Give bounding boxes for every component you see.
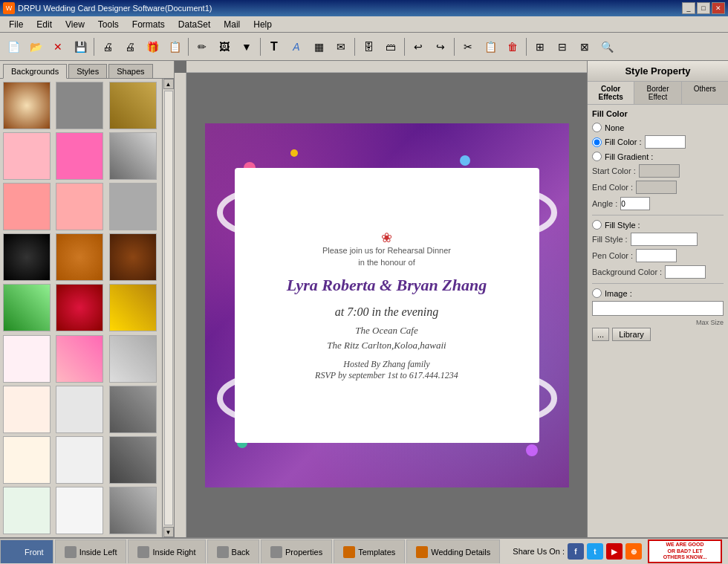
copy-button[interactable]: 📋 (164, 36, 185, 57)
thumb-10[interactable] (3, 233, 51, 281)
thumb-21[interactable] (109, 386, 157, 433)
print-button[interactable]: 🖨 (97, 36, 118, 57)
image-button[interactable]: 🖼 (214, 36, 235, 57)
thumb-15[interactable] (109, 284, 157, 331)
thumb-26[interactable] (56, 487, 103, 534)
scroll-bar[interactable]: ▲ ▼ (162, 79, 174, 537)
thumb-7[interactable] (3, 183, 51, 230)
thumb-4[interactable] (3, 132, 51, 180)
draw-button[interactable]: ✏ (192, 36, 212, 57)
pen-color-input[interactable] (636, 249, 677, 262)
thumb-13[interactable] (3, 284, 51, 331)
tab-border-effect[interactable]: Border Effect (634, 82, 681, 104)
db-button[interactable]: 🗄 (358, 36, 379, 57)
menu-mail[interactable]: Mail (218, 18, 246, 31)
thumb-22[interactable] (3, 436, 51, 484)
menu-view[interactable]: View (59, 18, 91, 31)
thumb-9[interactable] (109, 183, 157, 230)
menu-edit[interactable]: Edit (30, 18, 58, 31)
image-path-input[interactable] (592, 301, 724, 316)
menu-help[interactable]: Help (247, 18, 278, 31)
thumb-24[interactable] (109, 436, 157, 484)
align-button[interactable]: ⊞ (530, 36, 550, 57)
thumb-8[interactable] (56, 183, 103, 230)
tab-inside-left[interactable]: Inside Left (55, 539, 127, 563)
grid-button[interactable]: ⊟ (552, 36, 573, 57)
fill-style-input[interactable] (631, 233, 698, 246)
end-color-input[interactable] (636, 181, 677, 194)
undo-button[interactable]: ↩ (408, 36, 429, 57)
wordart-button[interactable]: A (286, 36, 307, 57)
fill-color-radio[interactable] (592, 137, 602, 147)
bg-color-input[interactable] (665, 265, 706, 279)
tab-templates[interactable]: Templates (334, 539, 405, 563)
rss-button[interactable]: ⊕ (625, 543, 642, 560)
tab-others[interactable]: Others (682, 82, 728, 104)
thumb-3[interactable] (109, 82, 157, 129)
paste-button[interactable]: 📋 (480, 36, 501, 57)
facebook-button[interactable]: f (568, 543, 584, 560)
barcode-button[interactable]: ▦ (308, 36, 329, 57)
tab-styles[interactable]: Styles (68, 64, 107, 78)
tab-wedding-details[interactable]: Wedding Details (406, 539, 500, 563)
image-radio[interactable] (592, 288, 602, 298)
thumb-19[interactable] (3, 386, 51, 433)
zoom-button[interactable]: 🔍 (597, 36, 617, 57)
arrow-button[interactable]: ▼ (236, 36, 257, 57)
thumb-1[interactable] (3, 82, 51, 129)
thumb-17[interactable] (56, 335, 103, 383)
youtube-button[interactable]: ▶ (606, 543, 623, 560)
db2-button[interactable]: 🗃 (380, 36, 401, 57)
new-button[interactable]: 📄 (3, 36, 24, 57)
tab-properties[interactable]: Properties (261, 539, 332, 563)
twitter-button[interactable]: t (587, 543, 603, 560)
thumb-23[interactable] (56, 436, 103, 484)
menu-tools[interactable]: Tools (92, 18, 125, 31)
thumb-5[interactable] (56, 132, 103, 180)
thumb-20[interactable] (56, 386, 103, 433)
thumb-11[interactable] (56, 233, 103, 281)
tab-backgrounds[interactable]: Backgrounds (3, 64, 67, 79)
minimize-button[interactable]: _ (682, 2, 695, 14)
scroll-up-button[interactable]: ▲ (163, 79, 174, 89)
scroll-down-button[interactable]: ▼ (163, 527, 174, 537)
none-radio[interactable] (592, 123, 602, 132)
thumb-14[interactable] (56, 284, 103, 331)
thumb-2[interactable] (56, 82, 103, 129)
print2-button[interactable]: 🖨 (120, 36, 140, 57)
maximize-button[interactable]: □ (697, 2, 710, 14)
redo-button[interactable]: ↪ (430, 36, 451, 57)
start-color-input[interactable] (639, 164, 680, 178)
text-button[interactable]: T (264, 36, 285, 57)
thumb-18[interactable] (109, 335, 157, 383)
tab-inside-right[interactable]: Inside Right (128, 539, 205, 563)
menu-formats[interactable]: Formats (126, 18, 171, 31)
thumb-16[interactable] (3, 335, 51, 383)
layout-button[interactable]: ⊠ (574, 36, 595, 57)
scroll-thumb[interactable] (164, 91, 173, 525)
thumb-6[interactable] (109, 132, 157, 180)
tab-front[interactable]: Front (0, 539, 53, 563)
fill-color-box[interactable] (645, 135, 686, 149)
tab-back[interactable]: Back (207, 539, 259, 563)
tab-shapes[interactable]: Shapes (108, 64, 152, 78)
close-button[interactable]: ✕ (712, 2, 725, 14)
fill-style-radio[interactable] (592, 220, 602, 230)
browse-button[interactable]: ... (592, 328, 609, 341)
fill-gradient-radio[interactable] (592, 152, 602, 161)
save-button[interactable]: 💾 (70, 36, 91, 57)
delete-button[interactable]: 🗑 (502, 36, 523, 57)
menu-file[interactable]: File (3, 18, 29, 31)
close-doc-button[interactable]: ✕ (48, 36, 68, 57)
cut-button[interactable]: ✂ (458, 36, 478, 57)
menu-dataset[interactable]: DataSet (172, 18, 216, 31)
email-button[interactable]: ✉ (331, 36, 351, 57)
thumb-25[interactable] (3, 487, 51, 534)
tab-color-effects[interactable]: Color Effects (588, 82, 634, 104)
thumb-27[interactable] (109, 487, 157, 534)
angle-input[interactable]: 0 (620, 197, 650, 210)
gift-button[interactable]: 🎁 (142, 36, 163, 57)
library-button[interactable]: Library (612, 328, 651, 341)
thumb-12[interactable] (109, 233, 157, 281)
open-button[interactable]: 📂 (25, 36, 46, 57)
